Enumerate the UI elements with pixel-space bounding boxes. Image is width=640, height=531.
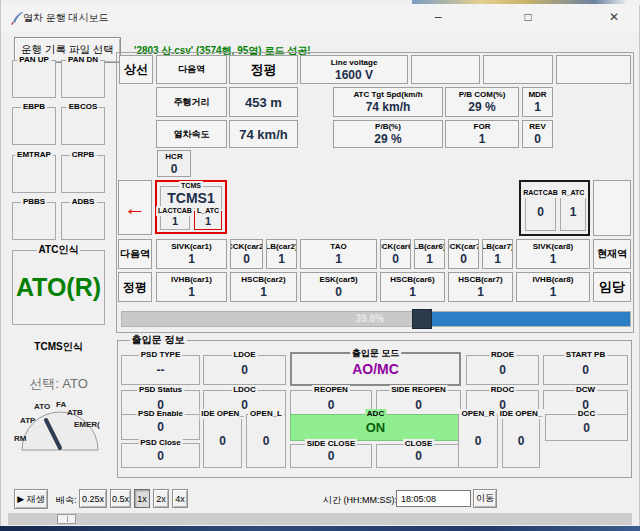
direction-arrow-cell: ← [118,180,152,235]
close-frame: CLOSE0 [376,444,461,468]
relay-row2-header: 정평 [118,272,152,302]
indicator-frame-ebcos: EBCOS [61,107,105,145]
scrollbar-thumb[interactable] [57,514,76,524]
adc-frame: ADC ON [290,414,461,441]
side-open-right-frame: IDE OPEN_0 [502,414,540,468]
indicator-frame-adbs: ADBS [61,202,105,240]
dial-label-emer: EMER( [74,420,100,429]
indicator-frame-pan-dn: PAN DN [61,60,105,98]
window-title: 열차 운행 대시보드 [23,11,109,25]
relay-cell: IVHB(car8)1 [516,272,590,302]
start-pb-frame: START PB0 [543,355,628,385]
empty-indicator-box [411,55,480,84]
l-atc-frame: L_ATC 1 [194,211,222,230]
time-input[interactable] [396,490,471,507]
indicator-frame-crpb: CRPB [61,155,105,193]
minimize-button[interactable]: – [418,4,458,30]
timeline-percent-text: 39.8% [356,313,384,324]
ractcab-frame: RACTCAB 0 [525,193,556,231]
timeline-fill [422,312,630,326]
speed-label: 배속: [56,494,77,507]
relay-cell: CCK(car7)0 [448,239,479,269]
indicator-frame-ebpb: EBPB [12,107,56,145]
current-station-value: 임당 [593,272,631,302]
maximize-button[interactable]: □ [508,4,548,30]
pb-com-box: P/B COM(%) 29 % [445,87,519,117]
scrollbar-track[interactable] [8,513,632,525]
relay-cell: ESK(car5)0 [300,272,377,302]
dial-label-atb: ATB [67,408,83,417]
dial-label-ato: ATO [34,402,50,411]
empty-indicator-box [593,180,631,236]
mdr-box: MDR 1 [522,87,553,117]
relay-cell: CCK(car2)0 [230,239,263,269]
side-open-left-frame: IDE OPEN_0 [203,414,242,468]
atc-mode-value: ATO(R) [13,251,104,324]
tcms-selection-text: 선택: ATO [12,375,105,393]
play-button[interactable]: ▶ 재생 [14,489,48,509]
adc-status-value: ON [291,415,460,440]
speed-button-025x[interactable]: 0.25x [79,489,107,508]
go-button[interactable]: 이동 [473,489,497,508]
relay-cell: HSCB(car7)1 [448,272,513,302]
relay-cell: HSCB(car2)1 [230,272,297,302]
tcms-recognition-title: TCMS인식 [12,340,105,354]
timeline-scale[interactable]: 39.8% [121,310,631,328]
timeline-scrollbar[interactable] [8,513,632,525]
door-info-title: 출입문 정보 [130,335,187,345]
relay-cell: SIVK(car1)1 [156,239,227,269]
door-mode-value: AO/MC [292,354,459,384]
open-right-frame: OPEN_R0 [458,414,498,468]
speed-button-05x[interactable]: 0.5x [110,489,131,508]
rev-box: REV 0 [522,120,553,148]
timeline-handle[interactable] [412,309,432,329]
current-station-header: 현재역 [593,239,631,269]
distance-value-cell: 453 m [229,87,298,117]
relay-cell: TAO1 [300,239,377,269]
desktop-strip-bottom [0,526,640,531]
left-arrow-icon: ← [124,195,146,221]
speed-button-4x[interactable]: 4x [172,489,188,508]
indicator-frame-pan-up: PAN UP [12,60,56,98]
train-speed-value-cell: 74 km/h [229,120,298,148]
side-close-frame: SIDE CLOSE0 [290,444,372,468]
train-speed-label-cell: 열차속도 [156,120,227,148]
speed-button-2x[interactable]: 2x [153,489,169,508]
empty-indicator-box [483,55,553,84]
relay-cell: CCK(car6)0 [380,239,411,269]
dcc-frame: DCC0 [545,414,628,441]
indicator-frame-pbbs: PBBS [12,202,56,240]
relay-row1-header: 다음역 [118,239,152,269]
relay-cell: IVHB(car1)1 [156,272,227,302]
ractcab-group-box: RACTCAB 0 R_ATC 1 [519,180,590,236]
psd-type-frame: PSD TYPE-- [121,355,200,385]
relay-cell: HSCB(car6)1 [380,272,445,302]
next-station-value-cell: 정평 [229,55,298,84]
relay-cell: LB(car2)1 [266,239,297,269]
empty-indicator-box [556,55,631,84]
time-label: 시간 (HH:MM:SS): [323,494,397,507]
line-voltage-box: Line voltage 1600 V [300,55,408,84]
relay-cell: LB(car6)1 [414,239,445,269]
tcms-mode-dial [18,408,102,453]
hcr-box: HCR 0 [157,150,191,177]
door-mode-frame: 출입문 모드 AO/MC [290,352,461,386]
atc-recognition-frame: ATC인식 ATO(R) [12,250,105,325]
rdoe-frame: RDOE0 [466,355,539,385]
lactcab-frame: LACTCAB 1 [160,211,190,230]
relay-cell: SIVK(car8)1 [516,239,590,269]
titlebar: 열차 운행 대시보드 – □ ✕ [1,4,639,32]
app-window: 열차 운행 대시보드 – □ ✕ 운행 기록 파일 선택 '2803 상.csv… [0,0,640,531]
psd-close-frame: PSD Close0 [121,443,200,468]
dial-label-rm: RM [14,434,26,443]
open-left-frame: OPEN_L0 [246,414,286,468]
dial-label-atp: ATP [20,416,35,425]
r-atc-frame: R_ATC 1 [560,193,586,231]
for-box: FOR 1 [445,120,519,148]
indicator-frame-emtrap: EMTRAP [12,155,56,193]
relay-cell: LB(car7)1 [482,239,513,269]
speed-button-1x[interactable]: 1x [134,489,150,508]
psd-enable-frame: PSD Enable0 [121,414,200,440]
next-station-label-cell: 다음역 [156,55,227,84]
close-button[interactable]: ✕ [594,4,634,30]
